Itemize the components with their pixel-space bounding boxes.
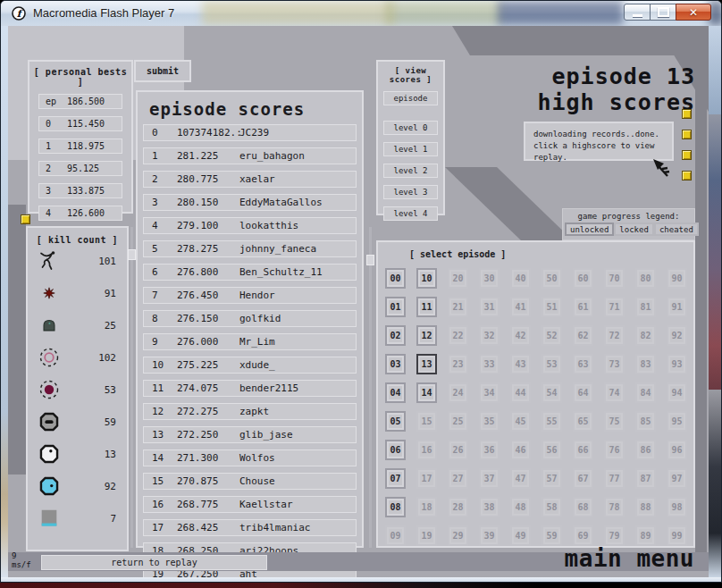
view-scores-button-level-4[interactable]: level 4 (383, 206, 438, 221)
episode-cell-12[interactable]: 12 (416, 325, 437, 346)
episode-cell-78[interactable]: 78 (604, 497, 625, 517)
episode-cell-91[interactable]: 91 (667, 297, 687, 317)
episode-cell-65[interactable]: 65 (573, 411, 593, 432)
episode-cell-96[interactable]: 96 (667, 440, 687, 460)
scores-scrollbar-track-right[interactable] (369, 227, 372, 548)
episode-cell-89[interactable]: 89 (635, 525, 656, 546)
episode-cell-11[interactable]: 11 (416, 297, 437, 317)
episode-cell-26[interactable]: 26 (448, 440, 468, 460)
episode-cell-92[interactable]: 92 (667, 325, 687, 346)
episode-cell-99[interactable]: 99 (667, 525, 687, 546)
highscore-row[interactable]: 16268.775Kaellstar (143, 496, 357, 513)
episode-cell-31[interactable]: 31 (479, 297, 500, 317)
episode-cell-74[interactable]: 74 (604, 382, 625, 403)
episode-cell-76[interactable]: 76 (604, 440, 625, 460)
highscore-row[interactable]: 11274.075bender2115 (143, 380, 357, 397)
episode-cell-23[interactable]: 23 (448, 354, 468, 374)
highscore-row[interactable]: 3280.150EddyMataGallos (143, 194, 357, 211)
personal-best-row[interactable]: 0115.450 (38, 116, 122, 131)
episode-cell-28[interactable]: 28 (448, 497, 468, 517)
episode-cell-72[interactable]: 72 (604, 325, 625, 346)
episode-cell-44[interactable]: 44 (510, 382, 531, 403)
episode-cell-57[interactable]: 57 (542, 468, 562, 489)
highscore-row[interactable]: 12272.275zapkt (143, 403, 357, 420)
episode-cell-81[interactable]: 81 (635, 297, 656, 317)
episode-cell-95[interactable]: 95 (667, 411, 687, 432)
episode-cell-09[interactable]: 09 (385, 525, 406, 546)
view-scores-button-episode[interactable]: episode (383, 91, 438, 105)
episode-cell-98[interactable]: 98 (667, 497, 687, 517)
episode-cell-84[interactable]: 84 (635, 382, 656, 403)
maximize-button[interactable] (650, 4, 676, 21)
episode-cell-58[interactable]: 58 (542, 497, 562, 517)
episode-cell-24[interactable]: 24 (448, 382, 468, 403)
episode-cell-02[interactable]: 02 (385, 325, 406, 346)
highscore-row[interactable]: 7276.450Hendor (143, 287, 357, 304)
episode-cell-14[interactable]: 14 (416, 382, 437, 403)
close-button[interactable]: ✕ (676, 4, 711, 21)
episode-cell-41[interactable]: 41 (510, 297, 531, 317)
episode-cell-07[interactable]: 07 (385, 468, 406, 489)
view-scores-button-level-1[interactable]: level 1 (383, 142, 438, 156)
highscore-row[interactable]: 9276.000Mr_Lim (143, 333, 357, 350)
highscore-row[interactable]: 0107374182.:JC239 (143, 124, 357, 141)
highscore-row[interactable]: 13272.250glib_jase (143, 426, 357, 443)
episode-cell-75[interactable]: 75 (604, 411, 625, 432)
episode-cell-71[interactable]: 71 (604, 297, 625, 317)
episode-cell-17[interactable]: 17 (416, 468, 437, 489)
episode-cell-61[interactable]: 61 (573, 297, 593, 317)
episode-cell-39[interactable]: 39 (479, 525, 500, 546)
episode-cell-66[interactable]: 66 (573, 440, 593, 460)
episode-cell-94[interactable]: 94 (667, 382, 687, 403)
episode-cell-33[interactable]: 33 (479, 354, 500, 374)
episode-cell-16[interactable]: 16 (416, 440, 437, 460)
episode-cell-32[interactable]: 32 (479, 325, 500, 346)
highscore-row[interactable]: 6276.800Ben_Schultz_11 (143, 264, 357, 281)
episode-cell-19[interactable]: 19 (416, 525, 437, 546)
personal-best-row[interactable]: 1118.975 (38, 139, 122, 154)
episode-cell-25[interactable]: 25 (448, 411, 468, 432)
episode-cell-49[interactable]: 49 (510, 525, 531, 546)
episode-cell-59[interactable]: 59 (542, 525, 562, 546)
episode-cell-48[interactable]: 48 (510, 497, 531, 517)
titlebar[interactable]: f Macromedia Flash Player 7 ✕ (1, 1, 721, 27)
episode-cell-80[interactable]: 80 (635, 268, 656, 289)
main-menu-button[interactable]: main menu (565, 545, 694, 572)
highscore-row[interactable]: 17268.425trib4lmaniac (143, 519, 357, 536)
episode-cell-52[interactable]: 52 (542, 325, 562, 346)
episode-cell-03[interactable]: 03 (385, 354, 406, 374)
return-to-replay-button[interactable]: return to replay (41, 555, 267, 570)
highscore-row[interactable]: 1281.225eru_bahagon (143, 147, 357, 164)
view-scores-button-level-0[interactable]: level 0 (383, 121, 438, 135)
episode-cell-64[interactable]: 64 (573, 382, 593, 403)
highscore-row[interactable]: 2280.775xaelar (143, 171, 357, 188)
episode-cell-34[interactable]: 34 (479, 382, 500, 403)
episode-cell-27[interactable]: 27 (448, 468, 468, 489)
view-scores-button-level-3[interactable]: level 3 (383, 185, 438, 199)
episode-cell-56[interactable]: 56 (542, 440, 562, 460)
episode-cell-82[interactable]: 82 (635, 325, 656, 346)
episode-cell-51[interactable]: 51 (542, 297, 562, 317)
episode-cell-54[interactable]: 54 (542, 382, 562, 403)
episode-cell-01[interactable]: 01 (385, 297, 406, 317)
personal-best-row[interactable]: 3133.875 (38, 183, 122, 198)
highscore-row[interactable]: 10275.225xdude_ (143, 357, 357, 374)
episode-cell-60[interactable]: 60 (573, 268, 593, 289)
episode-cell-04[interactable]: 04 (385, 382, 406, 403)
episode-cell-73[interactable]: 73 (604, 354, 625, 374)
minimize-button[interactable] (624, 4, 651, 21)
episode-cell-86[interactable]: 86 (635, 440, 656, 460)
episode-cell-85[interactable]: 85 (635, 411, 656, 432)
episode-cell-68[interactable]: 68 (573, 497, 593, 517)
episode-cell-13[interactable]: 13 (416, 354, 437, 374)
personal-best-row[interactable]: 4126.600 (38, 206, 122, 221)
episode-cell-90[interactable]: 90 (667, 268, 687, 289)
episode-cell-77[interactable]: 77 (604, 468, 625, 489)
personal-best-row[interactable]: 295.125 (38, 161, 122, 176)
submit-button[interactable]: submit (134, 60, 191, 82)
scores-scrollbar-handle-right[interactable] (366, 255, 374, 265)
episode-cell-50[interactable]: 50 (542, 268, 562, 289)
episode-cell-46[interactable]: 46 (510, 440, 531, 460)
episode-cell-62[interactable]: 62 (573, 325, 593, 346)
episode-cell-47[interactable]: 47 (510, 468, 531, 489)
